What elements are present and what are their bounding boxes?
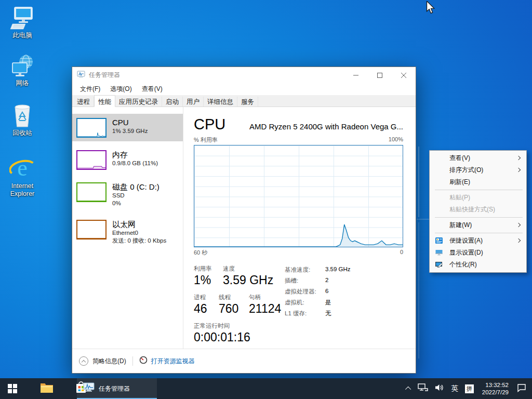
sidebar-ethernet-adapter: Ethernet0 (112, 229, 166, 237)
tray-time: 13:32:52 (482, 381, 509, 389)
cpu-spec-list: 基准速度:3.59 GHz 插槽:2 虚拟处理器:6 虚拟机:是 L1 缓存:无 (285, 266, 351, 321)
desktop-icon-label: Internet Explorer (2, 182, 43, 198)
context-item-label: 粘贴快捷方式(S) (449, 205, 495, 214)
sidebar-cpu-title: CPU (112, 117, 148, 127)
submenu-arrow-icon (516, 168, 521, 172)
l1-cache-value: 无 (325, 310, 331, 317)
processes-label: 进程 (194, 294, 219, 301)
l1-cache-label: L1 缓存: (285, 310, 325, 317)
wallpaper-light-streak (418, 147, 419, 217)
network-tray-button[interactable] (416, 378, 430, 399)
mouse-cursor (426, 1, 435, 17)
tray-date: 2022/7/29 (482, 389, 509, 396)
context-item-label: 新建(W) (449, 221, 472, 230)
processes-value: 46 (194, 302, 219, 316)
desktop-icon-this-pc[interactable]: 此电脑 (2, 4, 43, 39)
tab-services[interactable]: 服务 (237, 97, 258, 107)
cpu-utilization-graph (194, 145, 403, 247)
close-button[interactable] (392, 67, 416, 83)
titlebar[interactable]: 任务管理器 (72, 67, 416, 83)
task-manager-footer: 简略信息(D) 打开资源监视器 (72, 349, 416, 373)
minimize-button[interactable] (344, 67, 368, 83)
disk-mini-graph (76, 182, 107, 202)
context-item-new[interactable]: 新建(W) (430, 219, 526, 231)
graph-ymax: 100% (389, 136, 403, 144)
personalize-icon (435, 260, 443, 270)
sidebar-item-cpu[interactable]: CPU 1% 3.59 GHz (72, 114, 183, 141)
tab-details[interactable]: 详细信息 (204, 97, 237, 107)
clock[interactable]: 13:32:52 2022/7/29 (479, 378, 512, 399)
sockets-label: 插槽: (285, 277, 325, 285)
fewer-details-button[interactable]: 简略信息(D) (92, 357, 126, 366)
ethernet-mini-graph (76, 220, 107, 240)
speed-label: 速度 (223, 265, 273, 273)
menu-separator (435, 233, 523, 233)
tab-strip: 进程 性能 应用历史记录 启动 用户 详细信息 服务 (72, 95, 416, 107)
chevron-up-icon (405, 387, 411, 392)
desktop-icon-recycle-bin[interactable]: 回收站 (2, 102, 43, 137)
sidebar-disk-type: SSD (112, 192, 159, 200)
context-item-refresh[interactable]: 刷新(E) (430, 176, 526, 188)
resource-monitor-icon (139, 356, 148, 366)
handles-value: 21124 (249, 302, 281, 316)
context-item-personalize[interactable]: 个性化(R) (430, 259, 526, 271)
tab-users[interactable]: 用户 (183, 97, 204, 107)
desktop-icon-label: 网络 (2, 79, 43, 87)
sidebar-item-ethernet[interactable]: 以太网 Ethernet0 发送: 0 接收: 0 Kbps (72, 216, 183, 248)
context-item-sort-by[interactable]: 排序方式(O) (430, 164, 526, 176)
sidebar-item-memory[interactable]: 内存 0.9/8.0 GB (11%) (72, 146, 183, 174)
context-item-view[interactable]: 查看(V) (430, 152, 526, 164)
task-manager-app-icon (77, 70, 85, 81)
tab-performance[interactable]: 性能 (94, 95, 115, 107)
performance-sidebar: CPU 1% 3.59 GHz 内存 0.9/8.0 GB (11%) (72, 107, 183, 349)
maximize-button[interactable] (368, 67, 392, 83)
cpu-device-name: AMD Ryzen 5 2400G with Radeon Vega G... (249, 122, 403, 131)
desktop: 此电脑 网络 回收站 e (0, 0, 532, 399)
base-speed-label: 基准速度: (285, 266, 325, 274)
task-manager-window: 任务管理器 文件(F) 选项(O) 查看(V) 进程 性能 应用历史记录 (72, 66, 416, 374)
uptime-value: 0:00:01:16 (194, 330, 403, 344)
sockets-value: 2 (325, 277, 328, 285)
taskbar-task-manager-button[interactable]: 任务管理器 (77, 378, 157, 399)
menu-options[interactable]: 选项(O) (107, 83, 135, 95)
tab-app-history[interactable]: 应用历史记录 (115, 97, 162, 107)
ime-mode-button[interactable]: 拼 (463, 378, 475, 399)
context-item-label: 个性化(R) (449, 260, 477, 269)
ethernet-network-icon (418, 383, 428, 394)
context-item-paste: 粘贴(P) (430, 192, 526, 204)
desktop-icon-network[interactable]: 网络 (2, 52, 43, 87)
context-item-quick-settings[interactable]: 便捷设置(A) (430, 235, 526, 247)
open-resource-monitor-link[interactable]: 打开资源监视器 (151, 357, 195, 366)
uptime-label: 正常运行时间 (194, 322, 403, 330)
graph-xmax: 0 (400, 249, 403, 257)
context-item-label: 便捷设置(A) (449, 236, 483, 245)
menu-file[interactable]: 文件(F) (76, 83, 104, 95)
virtual-machine-value: 是 (325, 299, 331, 307)
sidebar-disk-title: 磁盘 0 (C: D:) (112, 182, 159, 192)
desktop-icon-internet-explorer[interactable]: e Internet Explorer (2, 155, 43, 198)
collapse-icon[interactable] (79, 356, 88, 366)
ime-language-button[interactable]: 英 (449, 378, 460, 399)
tab-startup[interactable]: 启动 (162, 97, 183, 107)
task-manager-taskbar-icon (83, 382, 95, 395)
action-center-button[interactable] (515, 378, 528, 399)
context-item-label: 粘贴(P) (449, 193, 470, 202)
context-item-display-settings[interactable]: 显示设置(D) (430, 247, 526, 259)
ime-mode-label: 拼 (465, 384, 474, 393)
tab-processes[interactable]: 进程 (73, 97, 94, 107)
graph-ylabel: % 利用率 (194, 136, 218, 144)
start-button[interactable] (0, 378, 25, 399)
sidebar-ethernet-throughput: 发送: 0 接收: 0 Kbps (112, 237, 166, 245)
submenu-arrow-icon (516, 238, 521, 243)
file-explorer-button[interactable] (34, 378, 59, 399)
volume-tray-button[interactable] (433, 378, 446, 399)
context-item-label: 查看(V) (449, 154, 470, 163)
show-hidden-icons-button[interactable] (405, 378, 413, 399)
ime-language-label: 英 (451, 384, 458, 393)
menu-separator (435, 190, 523, 190)
menu-view[interactable]: 查看(V) (138, 83, 166, 95)
virtual-processors-value: 6 (325, 288, 328, 296)
utilization-value: 1% (194, 273, 223, 287)
sidebar-item-disk[interactable]: 磁盘 0 (C: D:) SSD 0% (72, 178, 183, 211)
sidebar-cpu-stats: 1% 3.59 GHz (112, 127, 148, 135)
